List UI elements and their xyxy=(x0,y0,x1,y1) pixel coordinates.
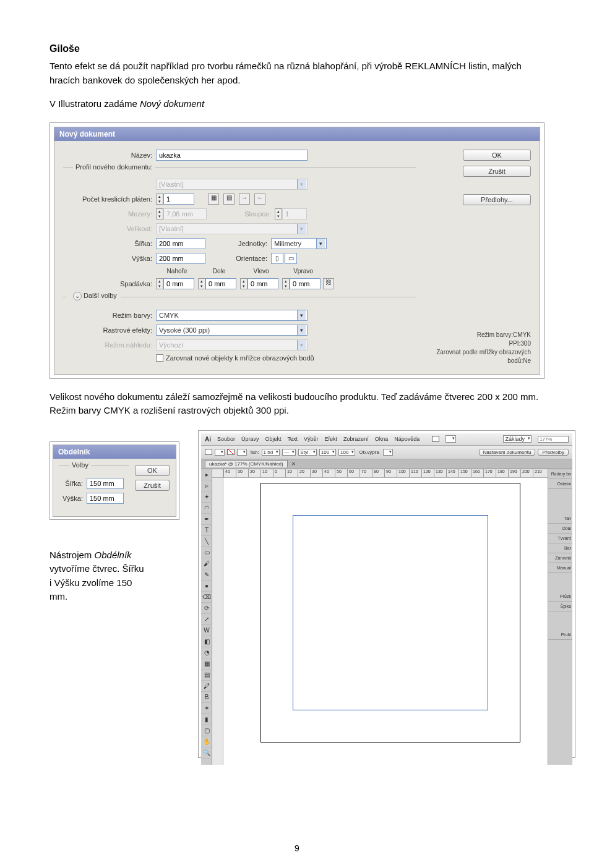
profile-select[interactable]: [Vlastní]▾ xyxy=(156,179,308,190)
brush-select[interactable]: — xyxy=(282,449,296,456)
menu-item[interactable]: Zobrazení xyxy=(343,436,369,442)
width-input[interactable] xyxy=(156,238,205,249)
blob-tool-icon[interactable]: ● xyxy=(201,581,212,592)
zoom-tool-icon[interactable]: 🔍 xyxy=(201,747,212,759)
width-field[interactable]: 100 xyxy=(338,449,355,456)
artboard-tool-icon[interactable]: ▢ xyxy=(201,725,212,736)
panel-item[interactable]: Bar xyxy=(548,543,572,553)
rect-height-input[interactable] xyxy=(87,493,124,504)
rotate-tool-icon[interactable]: ⟳ xyxy=(201,603,212,614)
bleed-l[interactable]: ▴▾ xyxy=(240,278,278,289)
bleed-t[interactable]: ▴▾ xyxy=(156,278,194,289)
magic-wand-tool-icon[interactable]: ✦ xyxy=(201,491,212,503)
menu-item[interactable]: Výběr xyxy=(304,436,319,442)
graph-tool-icon[interactable]: ▮ xyxy=(201,714,212,725)
menu-item[interactable]: Objekt xyxy=(265,436,282,442)
panel-item[interactable]: Zarovná xyxy=(548,553,572,563)
eraser-tool-icon[interactable]: ⌫ xyxy=(201,592,212,603)
transform-select[interactable] xyxy=(383,449,393,456)
arrow-left-icon[interactable]: ← xyxy=(254,194,265,205)
rect-cancel-button[interactable]: Zrušit xyxy=(135,480,170,491)
ok-button[interactable]: OK xyxy=(463,150,531,161)
panel-item[interactable]: Ostatní xyxy=(548,479,572,489)
bleed-link-icon[interactable]: ⛓ xyxy=(323,278,334,289)
panel-item[interactable]: Obal xyxy=(548,524,572,534)
selection-tool-icon[interactable]: ▸ xyxy=(201,469,212,480)
line-tool-icon[interactable]: ╲ xyxy=(201,536,212,547)
name-input[interactable] xyxy=(156,150,308,161)
panel-item[interactable]: Tvvard xyxy=(548,534,572,543)
workspace-select[interactable]: Základy xyxy=(503,435,532,443)
artboards-spinner[interactable]: ▴▾ xyxy=(156,194,194,205)
menu-item[interactable]: Text xyxy=(288,436,298,442)
blend-tool-icon[interactable]: B xyxy=(201,692,212,703)
fill-swatch-icon[interactable] xyxy=(205,449,212,455)
panel-item[interactable]: Tah xyxy=(548,514,572,524)
cancel-button[interactable]: Zrušit xyxy=(463,166,531,177)
height-input[interactable] xyxy=(156,253,205,264)
preview-label: Režim náhledu: xyxy=(63,341,156,349)
panel-item[interactable]: Radary ba xyxy=(548,469,572,479)
rect-group-label: Volby xyxy=(69,461,91,469)
panel-item[interactable]: Manual xyxy=(548,563,572,573)
units-label: Jednotky: xyxy=(222,240,271,247)
stroke-menu[interactable] xyxy=(237,449,247,456)
rectangle-object[interactable] xyxy=(293,515,488,710)
shape-builder-icon[interactable]: ◔ xyxy=(201,647,212,658)
stroke-weight[interactable]: 1 bd xyxy=(262,449,280,456)
menu-item[interactable]: Soubor xyxy=(217,436,235,442)
doc-tab[interactable]: ukazka* @ 177% (CMYK/Náhled) xyxy=(205,460,288,467)
advanced-collapse-icon[interactable]: ⌄ xyxy=(73,292,82,300)
lasso-tool-icon[interactable]: ◠ xyxy=(201,503,212,514)
pencil-tool-icon[interactable]: ✎ xyxy=(201,569,212,581)
rect-ok-button[interactable]: OK xyxy=(135,465,170,476)
grid-layout-icon[interactable]: ▦ xyxy=(208,194,219,205)
menu-item[interactable]: Úpravy xyxy=(241,436,259,442)
cmode-select[interactable]: CMYK▾ xyxy=(156,310,308,321)
menu-item[interactable]: Okna xyxy=(375,436,389,442)
preview-select[interactable]: Výchozí▾ xyxy=(156,339,308,351)
fill-menu[interactable] xyxy=(215,449,225,456)
rectangle-tool-icon[interactable]: ▭ xyxy=(201,547,212,558)
bleed-r[interactable]: ▴▾ xyxy=(282,278,321,289)
brush-tool-icon[interactable]: 🖌 xyxy=(201,558,212,569)
type-tool-icon[interactable]: T xyxy=(201,525,212,536)
menu-item[interactable]: Nápověda xyxy=(394,436,420,442)
opacity-select[interactable]: 100 xyxy=(319,449,336,456)
row-layout-icon[interactable]: ▤ xyxy=(223,194,235,205)
prefs-button[interactable]: Předvolby xyxy=(538,449,569,456)
mesh-tool-icon[interactable]: ▦ xyxy=(201,658,212,670)
layout-select[interactable] xyxy=(446,435,456,443)
orient-portrait[interactable]: ▯ xyxy=(271,253,283,264)
panel-item[interactable]: Špika xyxy=(548,602,572,611)
size-select[interactable]: [Vlastní]▾ xyxy=(156,223,308,234)
stroke-swatch-icon[interactable] xyxy=(227,449,235,455)
pen-tool-icon[interactable]: ✒ xyxy=(201,514,212,525)
align-checkbox[interactable] xyxy=(156,354,163,362)
arrow-right-icon[interactable]: → xyxy=(239,194,250,205)
panel-item[interactable]: Prubl xyxy=(548,630,572,640)
eyedropper-tool-icon[interactable]: 🖍 xyxy=(201,681,212,692)
menu-item[interactable]: Efekt xyxy=(325,436,338,442)
doc-settings-button[interactable]: Nastavení dokumentu xyxy=(479,449,536,456)
raster-select[interactable]: Vysoké (300 ppi)▾ xyxy=(156,325,308,336)
tab-close-icon[interactable]: ✕ xyxy=(291,461,296,467)
scale-tool-icon[interactable]: ⤢ xyxy=(201,614,212,625)
canvas[interactable] xyxy=(223,478,548,765)
gradient-tool-icon[interactable]: ▤ xyxy=(201,670,212,681)
style-select[interactable]: Styl. xyxy=(298,449,317,456)
direct-select-tool-icon[interactable]: ▹ xyxy=(201,480,212,491)
search-input[interactable] xyxy=(538,436,569,443)
free-transform-tool-icon[interactable]: ◧ xyxy=(201,636,212,647)
bleed-b[interactable]: ▴▾ xyxy=(198,278,236,289)
fg-swatch-icon[interactable] xyxy=(432,436,439,442)
rect-width-input[interactable] xyxy=(87,478,124,489)
templates-button[interactable]: Předlohy... xyxy=(463,194,531,205)
symbol-tool-icon[interactable]: ✶ xyxy=(201,703,212,714)
units-select[interactable]: Milimetry▾ xyxy=(271,238,327,249)
panel-item[interactable]: Průzk xyxy=(548,592,572,602)
orient-landscape[interactable]: ▭ xyxy=(285,253,297,264)
width-tool-icon[interactable]: W xyxy=(201,625,212,636)
app-logo-icon: Ai xyxy=(205,436,211,443)
hand-tool-icon[interactable]: ✋ xyxy=(201,736,212,747)
